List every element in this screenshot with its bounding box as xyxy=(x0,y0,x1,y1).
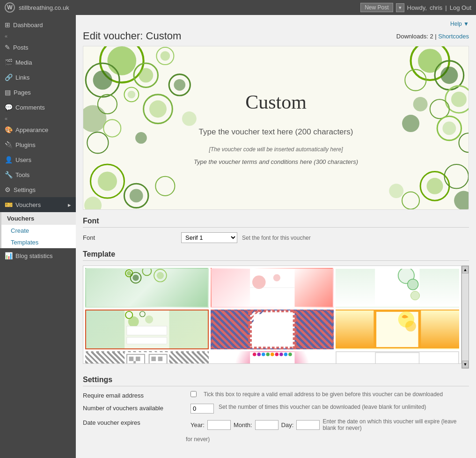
svg-point-13 xyxy=(174,79,185,91)
page-title: Edit voucher: Custom xyxy=(83,30,181,42)
vouchers-available-input[interactable] xyxy=(190,404,214,414)
template-thumb-6[interactable] xyxy=(336,310,459,349)
sidebar-label-dashboard: Dashboard xyxy=(13,22,43,29)
new-post-button[interactable]: New Post xyxy=(360,3,393,12)
sidebar-label-appearance: Appearance xyxy=(15,126,48,133)
appearance-icon: 🎨 xyxy=(5,126,13,133)
svg-point-90 xyxy=(257,353,261,356)
svg-point-22 xyxy=(435,61,464,90)
template-section-header: Template xyxy=(83,250,469,261)
page-header: Edit voucher: Custom Downloads: 2 | Shor… xyxy=(83,30,469,42)
svg-point-91 xyxy=(262,353,265,356)
svg-point-94 xyxy=(275,353,278,356)
topbar-right: New Post ▾ Howdy, chris | Log Out xyxy=(360,3,471,12)
sidebar-label-links: Links xyxy=(15,74,29,81)
svg-rect-72 xyxy=(253,314,291,345)
vouchers-menu-header[interactable]: 🎫 Vouchers ▸ xyxy=(0,197,76,212)
dashboard-icon: ⊞ xyxy=(5,21,10,29)
email-checkbox[interactable] xyxy=(190,391,197,397)
svg-point-95 xyxy=(279,353,283,356)
day-input[interactable] xyxy=(296,420,320,430)
sidebar-label-pages: Pages xyxy=(14,89,31,96)
svg-point-41 xyxy=(445,164,469,188)
svg-point-12 xyxy=(169,74,190,96)
logout-link[interactable]: Log Out xyxy=(450,4,471,11)
site-name: stillbreathing.co.uk xyxy=(19,4,69,11)
vouchers-icon: 🎫 xyxy=(5,201,13,208)
template-thumb-5[interactable] xyxy=(211,310,334,349)
template-thumb-7[interactable] xyxy=(85,351,209,364)
shortcodes-link[interactable]: Shortcodes xyxy=(438,33,469,40)
sidebar-item-media[interactable]: 🎬 Media xyxy=(0,55,76,70)
font-row: Font Serif 1 Serif 2 Sans 1 Sans 2 Scrip… xyxy=(83,232,469,243)
sidebar-item-tools[interactable]: 🔧 Tools xyxy=(0,167,76,182)
template-scroll-down-button[interactable]: ▼ xyxy=(462,361,469,368)
svg-point-20 xyxy=(411,46,449,80)
svg-point-8 xyxy=(98,95,117,114)
date-expires-label: Date voucher expires xyxy=(83,418,186,426)
sidebar-item-links[interactable]: 🔗 Links xyxy=(0,70,76,85)
template-scroll-thumb xyxy=(462,273,469,361)
svg-rect-66 xyxy=(127,337,167,344)
vouchers-submenu-templates[interactable]: Templates xyxy=(1,236,76,248)
vouchers-available-label: Number of vouchers available xyxy=(83,404,186,412)
pages-icon: ▤ xyxy=(5,89,11,96)
svg-point-28 xyxy=(413,97,428,111)
svg-rect-85 xyxy=(151,357,156,362)
username-link[interactable]: chris xyxy=(430,4,442,11)
sidebar-collapse-1[interactable]: « xyxy=(0,32,76,40)
template-thumb-3[interactable] xyxy=(336,268,459,308)
email-label: Require email address xyxy=(83,391,186,399)
topbar: W stillbreathing.co.uk New Post ▾ Howdy,… xyxy=(0,0,476,15)
sidebar-item-blog-statistics[interactable]: 📊 Blog statistics xyxy=(0,248,76,263)
sidebar-item-posts[interactable]: ✎ Posts xyxy=(0,40,76,55)
template-thumb-1[interactable] xyxy=(85,268,209,308)
howdy-text: Howdy, xyxy=(407,4,427,11)
svg-point-15 xyxy=(149,100,167,118)
year-input[interactable] xyxy=(207,420,231,430)
sidebar-label-posts: Posts xyxy=(13,44,29,51)
vouchers-expand-icon: ▸ xyxy=(68,201,71,208)
sidebar-item-appearance[interactable]: 🎨 Appearance xyxy=(0,122,76,137)
month-input[interactable] xyxy=(255,420,278,430)
sidebar-item-settings[interactable]: ⚙ Settings xyxy=(0,182,76,197)
vouchers-submenu-create[interactable]: Create xyxy=(1,225,76,236)
sidebar-item-users[interactable]: 👤 Users xyxy=(0,152,76,167)
posts-icon: ✎ xyxy=(5,44,10,51)
sidebar-item-dashboard[interactable]: ⊞ Dashboard xyxy=(0,17,76,32)
sidebar-item-comments[interactable]: 💬 Comments xyxy=(0,100,76,115)
template-thumb-4[interactable] xyxy=(85,310,209,349)
font-label: Font xyxy=(83,234,176,241)
never-hint: for never) xyxy=(186,436,469,443)
media-icon: 🎬 xyxy=(5,59,13,66)
users-icon: 👤 xyxy=(5,156,13,163)
svg-point-37 xyxy=(155,177,175,196)
template-thumb-9[interactable] xyxy=(336,351,459,364)
svg-point-46 xyxy=(127,271,132,276)
svg-point-1 xyxy=(107,46,136,75)
template-thumb-8[interactable] xyxy=(211,351,334,364)
template-scrollbar: ▲ ▼ xyxy=(461,266,469,369)
sidebar: ⊞ Dashboard « ✎ Posts 🎬 Media 🔗 Links ▤ … xyxy=(0,15,76,458)
svg-point-38 xyxy=(84,197,102,210)
template-grid xyxy=(83,266,461,364)
email-hint: Tick this box to require a valid email a… xyxy=(204,391,469,398)
template-scroll-up-button[interactable]: ▲ xyxy=(462,266,469,273)
help-link[interactable]: Help ▼ xyxy=(450,21,469,27)
sidebar-label-media: Media xyxy=(15,59,32,66)
layout: ⊞ Dashboard « ✎ Posts 🎬 Media 🔗 Links ▤ … xyxy=(0,15,476,458)
font-select[interactable]: Serif 1 Serif 2 Sans 1 Sans 2 Script 1 xyxy=(181,232,237,243)
sidebar-label-tools: Tools xyxy=(15,171,29,178)
svg-point-62 xyxy=(128,316,139,327)
sidebar-item-plugins[interactable]: 🔌 Plugins xyxy=(0,137,76,152)
voucher-title: Custom xyxy=(194,91,358,113)
svg-point-25 xyxy=(446,86,469,113)
new-post-dropdown-button[interactable]: ▾ xyxy=(396,3,404,12)
svg-point-9 xyxy=(83,105,106,133)
svg-rect-81 xyxy=(136,357,140,362)
svg-point-11 xyxy=(128,91,135,98)
svg-point-21 xyxy=(418,49,442,73)
sidebar-collapse-2[interactable]: « xyxy=(0,115,76,122)
template-thumb-2[interactable] xyxy=(211,268,334,308)
sidebar-item-pages[interactable]: ▤ Pages xyxy=(0,85,76,100)
